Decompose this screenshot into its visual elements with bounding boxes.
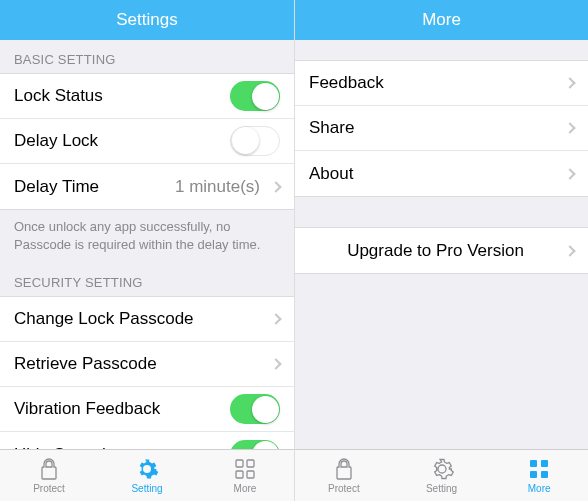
header-title: More: [295, 0, 588, 40]
label-about: About: [309, 164, 562, 184]
label-upgrade: Upgrade to Pro Version: [309, 241, 562, 261]
svg-rect-2: [236, 471, 243, 478]
row-about[interactable]: About: [295, 151, 588, 196]
row-delay-time[interactable]: Delay Time 1 minute(s): [0, 164, 294, 209]
chevron-right-icon: [564, 245, 575, 256]
label-vibration: Vibration Feedback: [14, 399, 230, 419]
tabbar-left: Protect Setting More: [0, 449, 294, 501]
row-retrieve-passcode[interactable]: Retrieve Passcode: [0, 342, 294, 387]
label-retrieve-passcode: Retrieve Passcode: [14, 354, 268, 374]
group-more: Feedback Share About: [295, 60, 588, 197]
tab-label: More: [528, 483, 551, 494]
lock-icon: [39, 457, 59, 481]
label-change-passcode: Change Lock Passcode: [14, 309, 268, 329]
header-title: Settings: [0, 0, 294, 40]
row-feedback[interactable]: Feedback: [295, 61, 588, 106]
grid-icon: [235, 457, 255, 481]
screen-more: More Feedback Share About Upgrade to Pro…: [294, 0, 588, 501]
section-footer-basic: Once unlock any app successfully, no Pas…: [0, 210, 294, 263]
tab-label: Protect: [328, 483, 360, 494]
svg-rect-3: [247, 471, 254, 478]
label-share: Share: [309, 118, 562, 138]
row-share[interactable]: Share: [295, 106, 588, 151]
value-delay-time: 1 minute(s): [175, 177, 260, 197]
chevron-right-icon: [270, 358, 281, 369]
section-header-security: SECURITY SETTING: [0, 263, 294, 296]
toggle-hide-snapshot[interactable]: [230, 440, 280, 449]
tabbar-right: Protect Setting More: [295, 449, 588, 501]
tab-more[interactable]: More: [196, 450, 294, 501]
tab-protect[interactable]: Protect: [0, 450, 98, 501]
more-content: Feedback Share About Upgrade to Pro Vers…: [295, 40, 588, 449]
toggle-delay-lock[interactable]: [230, 126, 280, 156]
row-vibration[interactable]: Vibration Feedback: [0, 387, 294, 432]
svg-rect-5: [541, 460, 548, 467]
settings-content: BASIC SETTING Lock Status Delay Lock Del…: [0, 40, 294, 449]
group-security: Change Lock Passcode Retrieve Passcode V…: [0, 296, 294, 449]
gear-icon: [135, 457, 159, 481]
group-basic: Lock Status Delay Lock Delay Time 1 minu…: [0, 73, 294, 210]
chevron-right-icon: [270, 313, 281, 324]
row-upgrade[interactable]: Upgrade to Pro Version: [295, 228, 588, 273]
tab-label: More: [234, 483, 257, 494]
chevron-right-icon: [564, 168, 575, 179]
lock-icon: [334, 457, 354, 481]
tab-setting[interactable]: Setting: [98, 450, 196, 501]
tab-label: Setting: [426, 483, 457, 494]
gear-icon: [430, 457, 454, 481]
row-change-passcode[interactable]: Change Lock Passcode: [0, 297, 294, 342]
label-lock-status: Lock Status: [14, 86, 230, 106]
toggle-vibration[interactable]: [230, 394, 280, 424]
svg-rect-6: [530, 471, 537, 478]
chevron-right-icon: [564, 77, 575, 88]
group-upgrade: Upgrade to Pro Version: [295, 227, 588, 274]
label-feedback: Feedback: [309, 73, 562, 93]
grid-icon: [529, 457, 549, 481]
chevron-right-icon: [564, 122, 575, 133]
chevron-right-icon: [270, 181, 281, 192]
row-hide-snapshot[interactable]: Hide Snapshot: [0, 432, 294, 449]
label-delay-lock: Delay Lock: [14, 131, 230, 151]
label-delay-time: Delay Time: [14, 177, 175, 197]
tab-more[interactable]: More: [490, 450, 588, 501]
tab-protect[interactable]: Protect: [295, 450, 393, 501]
svg-rect-0: [236, 460, 243, 467]
tab-label: Protect: [33, 483, 65, 494]
svg-rect-1: [247, 460, 254, 467]
svg-rect-7: [541, 471, 548, 478]
row-lock-status[interactable]: Lock Status: [0, 74, 294, 119]
svg-rect-4: [530, 460, 537, 467]
section-header-basic: BASIC SETTING: [0, 40, 294, 73]
tab-label: Setting: [131, 483, 162, 494]
row-delay-lock[interactable]: Delay Lock: [0, 119, 294, 164]
screen-settings: Settings BASIC SETTING Lock Status Delay…: [0, 0, 294, 501]
tab-setting[interactable]: Setting: [393, 450, 491, 501]
toggle-lock-status[interactable]: [230, 81, 280, 111]
